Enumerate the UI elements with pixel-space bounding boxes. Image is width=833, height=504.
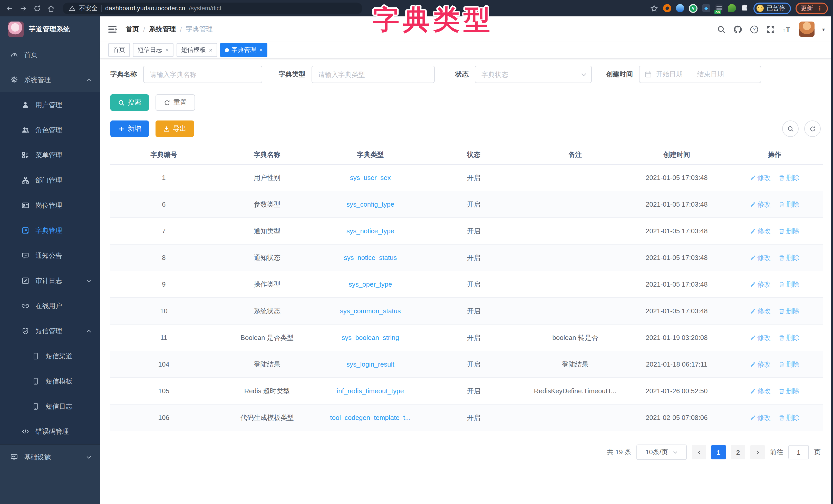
add-button[interactable]: 新增: [110, 121, 149, 137]
export-button[interactable]: 导出: [156, 121, 194, 137]
help-icon[interactable]: ?: [750, 25, 759, 33]
dict-type-link[interactable]: sys_common_status: [340, 307, 401, 315]
status-select-value[interactable]: [475, 66, 592, 83]
extension-icon-green-v[interactable]: V: [689, 4, 697, 12]
search-icon[interactable]: [717, 25, 726, 33]
chevron-down-icon[interactable]: ▾: [822, 26, 825, 32]
dict-type-link[interactable]: sys_notice_status: [344, 254, 397, 261]
extension-icon-blue[interactable]: [676, 4, 684, 12]
breadcrumb-item[interactable]: 系统管理: [149, 25, 176, 34]
sidebar-item[interactable]: 角色管理: [0, 118, 100, 143]
reload-icon[interactable]: [33, 4, 42, 12]
page-number-button[interactable]: 1: [711, 445, 726, 459]
delete-link[interactable]: 删除: [779, 413, 800, 422]
sidebar-item[interactable]: 首页: [0, 42, 100, 67]
sidebar-item[interactable]: 岗位管理: [0, 193, 100, 218]
sidebar-item[interactable]: 部门管理: [0, 168, 100, 193]
reset-button[interactable]: 重置: [156, 94, 195, 111]
extension-icon-orange[interactable]: [663, 4, 671, 12]
paused-badge[interactable]: 已暂停: [754, 2, 791, 14]
edit-link[interactable]: 修改: [750, 360, 771, 369]
forward-icon[interactable]: [19, 4, 28, 12]
user-avatar[interactable]: [799, 22, 814, 37]
delete-link[interactable]: 删除: [779, 306, 800, 316]
dict-name-input[interactable]: [143, 66, 262, 83]
edit-link[interactable]: 修改: [750, 280, 771, 289]
status-select[interactable]: [475, 66, 592, 83]
delete-link[interactable]: 删除: [779, 226, 800, 235]
sidebar-item[interactable]: 字典管理: [0, 218, 100, 243]
extension-icon-vpn[interactable]: on: [715, 4, 723, 12]
edit-link[interactable]: 修改: [750, 226, 771, 235]
url-host[interactable]: dashboard.yudao.iocoder.cn: [105, 5, 185, 12]
update-button[interactable]: 更新 ⋮: [795, 2, 828, 14]
page-size-select[interactable]: 10条/页: [637, 445, 687, 460]
prev-page-button[interactable]: [692, 445, 706, 459]
dict-type-link[interactable]: sys_config_type: [347, 200, 394, 208]
close-tab-icon[interactable]: ×: [208, 47, 213, 53]
next-page-button[interactable]: [751, 445, 765, 459]
font-size-icon[interactable]: TT: [783, 25, 791, 33]
tab-item[interactable]: 短信日志×: [133, 43, 173, 57]
dict-type-link[interactable]: tool_codegen_template_t...: [330, 414, 411, 422]
dict-type-link[interactable]: sys_oper_type: [349, 280, 392, 288]
fullscreen-icon[interactable]: [766, 25, 775, 33]
address-bar[interactable]: 不安全 dashboard.yudao.iocoder.cn/system/di…: [63, 2, 362, 14]
sidebar-item[interactable]: 错误码管理: [0, 419, 100, 444]
date-range-picker[interactable]: 开始日期 - 结束日期: [639, 66, 761, 83]
bookmark-star-icon[interactable]: [650, 4, 659, 12]
close-tab-icon[interactable]: ×: [165, 47, 169, 53]
extension-icon-grid[interactable]: ◆: [702, 4, 710, 12]
edit-link[interactable]: 修改: [750, 386, 771, 396]
edit-link[interactable]: 修改: [750, 333, 771, 342]
scrollbar[interactable]: [831, 17, 833, 504]
edit-link[interactable]: 修改: [750, 200, 771, 209]
delete-link[interactable]: 删除: [779, 200, 800, 209]
extension-icon-puzzle[interactable]: [741, 4, 749, 12]
edit-link[interactable]: 修改: [750, 173, 771, 182]
sidebar-item[interactable]: 短信模板: [0, 369, 100, 394]
refresh-button[interactable]: [804, 121, 821, 137]
delete-link[interactable]: 删除: [779, 173, 800, 182]
logo-row[interactable]: 芋道管理系统: [0, 17, 100, 42]
sidebar-item[interactable]: 短信日志: [0, 394, 100, 419]
page-number-button[interactable]: 2: [731, 445, 745, 459]
dict-type-link[interactable]: sys_boolean_string: [341, 334, 399, 342]
sidebar-item[interactable]: 在线用户: [0, 293, 100, 319]
close-tab-icon[interactable]: ×: [259, 47, 263, 53]
tab-item[interactable]: 短信模板×: [176, 43, 217, 57]
tab-item[interactable]: 首页: [108, 43, 130, 57]
sidebar-item[interactable]: 审计日志: [0, 268, 100, 293]
edit-link[interactable]: 修改: [750, 306, 771, 316]
hamburger-icon[interactable]: [108, 25, 118, 33]
dict-type-link[interactable]: sys_notice_type: [347, 227, 394, 235]
delete-link[interactable]: 删除: [779, 253, 800, 262]
sidebar-item[interactable]: 菜单管理: [0, 143, 100, 168]
sidebar-item[interactable]: 系统管理: [0, 67, 100, 92]
sidebar-item[interactable]: 用户管理: [0, 92, 100, 118]
dict-type-link[interactable]: sys_login_result: [347, 360, 394, 368]
goto-page-input[interactable]: [788, 445, 809, 459]
sidebar-item[interactable]: 短信管理: [0, 319, 100, 344]
extension-icon-green[interactable]: [728, 4, 736, 12]
home-icon[interactable]: [47, 4, 55, 12]
dict-type-link[interactable]: sys_user_sex: [350, 174, 391, 181]
delete-link[interactable]: 删除: [779, 386, 800, 396]
tab-active[interactable]: 字典管理×: [220, 43, 267, 57]
security-label[interactable]: 不安全: [79, 4, 97, 12]
delete-link[interactable]: 删除: [779, 360, 800, 369]
dict-type-input[interactable]: [312, 66, 435, 83]
hide-search-button[interactable]: [782, 121, 799, 137]
github-icon[interactable]: [733, 25, 742, 33]
delete-link[interactable]: 删除: [779, 333, 800, 342]
browser-menu-icon[interactable]: ⋮: [816, 5, 823, 12]
edit-link[interactable]: 修改: [750, 413, 771, 422]
sidebar-item[interactable]: 基础设施: [0, 444, 100, 470]
delete-link[interactable]: 删除: [779, 280, 800, 289]
sidebar-item[interactable]: 通知公告: [0, 243, 100, 268]
dict-type-link[interactable]: inf_redis_timeout_type: [337, 387, 404, 395]
url-path[interactable]: /system/dict: [189, 5, 221, 12]
edit-link[interactable]: 修改: [750, 253, 771, 262]
breadcrumb-item[interactable]: 首页: [126, 25, 139, 34]
search-button[interactable]: 搜索: [110, 94, 149, 111]
